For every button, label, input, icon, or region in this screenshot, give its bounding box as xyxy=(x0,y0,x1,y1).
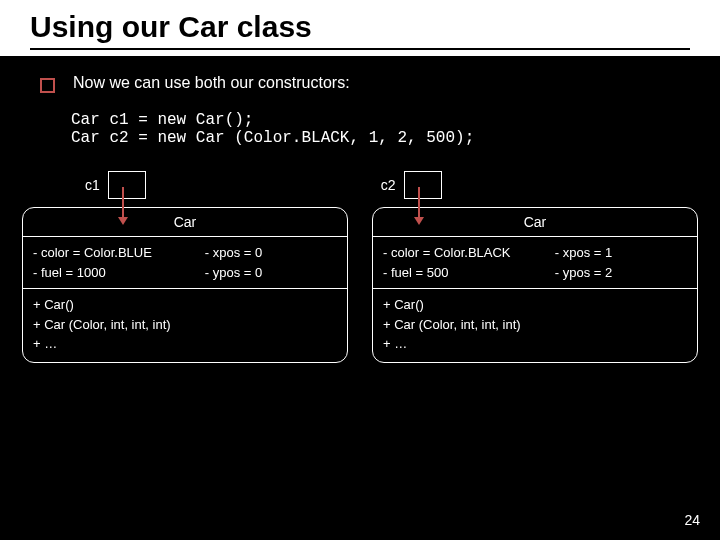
attr-fuel: - fuel = 500 xyxy=(383,263,555,283)
attr-fuel: - fuel = 1000 xyxy=(33,263,205,283)
method-more: + … xyxy=(383,334,687,354)
var-c1-group: c1 xyxy=(85,171,146,199)
title-underline xyxy=(30,48,690,50)
bullet-icon xyxy=(40,78,55,93)
attr-color: - color = Color.BLUE xyxy=(33,243,205,263)
method-ctor0: + Car() xyxy=(383,295,687,315)
attr-xpos: - xpos = 0 xyxy=(205,243,337,263)
attr-ypos: - ypos = 0 xyxy=(205,263,337,283)
attributes-section: - color = Color.BLUE - fuel = 1000 - xpo… xyxy=(23,237,347,289)
attr-ypos: - ypos = 2 xyxy=(555,263,687,283)
arrow-icon xyxy=(122,187,124,223)
object-columns: Car - color = Color.BLUE - fuel = 1000 -… xyxy=(0,207,720,363)
page-number: 24 xyxy=(684,512,700,528)
var-c1-box xyxy=(108,171,146,199)
bullet-text: Now we can use both our constructors: xyxy=(73,74,350,92)
var-c2-label: c2 xyxy=(381,177,396,193)
attributes-section: - color = Color.BLACK - fuel = 500 - xpo… xyxy=(373,237,697,289)
variable-row: c1 c2 xyxy=(40,171,680,199)
methods-section: + Car() + Car (Color, int, int, int) + … xyxy=(23,289,347,362)
code-block: Car c1 = new Car(); Car c2 = new Car (Co… xyxy=(71,111,680,147)
method-more: + … xyxy=(33,334,337,354)
arrow-icon xyxy=(418,187,420,223)
method-ctor4: + Car (Color, int, int, int) xyxy=(33,315,337,335)
slide: Using our Car class Now we can use both … xyxy=(0,0,720,540)
class-name: Car xyxy=(23,208,347,237)
bullet-row: Now we can use both our constructors: xyxy=(40,74,680,93)
method-ctor4: + Car (Color, int, int, int) xyxy=(383,315,687,335)
object-card-c1: Car - color = Color.BLUE - fuel = 1000 -… xyxy=(22,207,348,363)
var-c1-label: c1 xyxy=(85,177,100,193)
title-area: Using our Car class xyxy=(0,0,720,56)
attr-color: - color = Color.BLACK xyxy=(383,243,555,263)
method-ctor0: + Car() xyxy=(33,295,337,315)
slide-title: Using our Car class xyxy=(30,10,690,44)
var-c2-group: c2 xyxy=(381,171,442,199)
var-c2-box xyxy=(404,171,442,199)
object-card-c2: Car - color = Color.BLACK - fuel = 500 -… xyxy=(372,207,698,363)
slide-body: Now we can use both our constructors: Ca… xyxy=(0,56,720,199)
methods-section: + Car() + Car (Color, int, int, int) + … xyxy=(373,289,697,362)
attr-xpos: - xpos = 1 xyxy=(555,243,687,263)
